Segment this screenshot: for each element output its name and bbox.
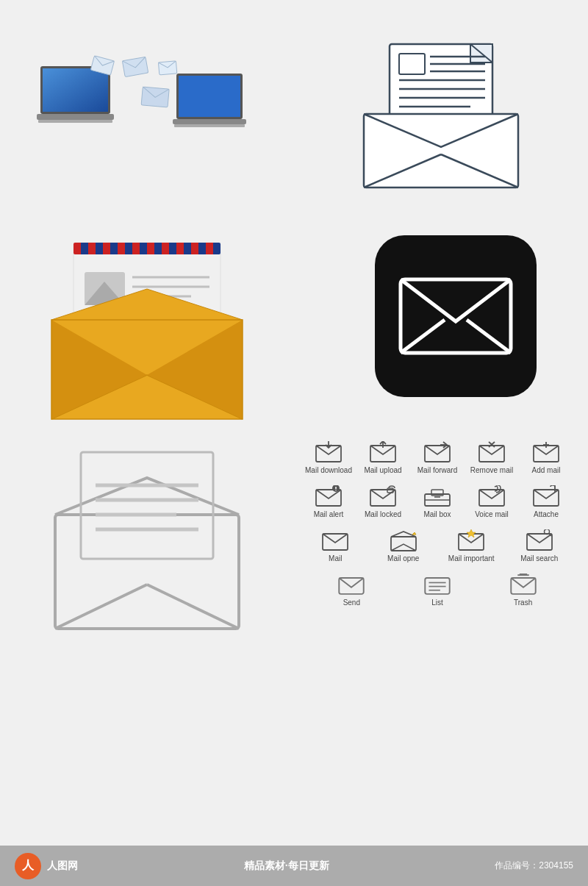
list-icon	[424, 574, 451, 596]
voice-mail-label: Voice mail	[475, 510, 509, 519]
attache-item: Attache	[523, 485, 570, 519]
list-item-icon: List	[413, 574, 461, 607]
mail-important-label: Mail important	[448, 554, 495, 563]
mail-icons-grid: Mail download Mail upload Mail forward	[301, 441, 573, 607]
attache-label: Attache	[534, 510, 559, 519]
laptop-illustration	[29, 44, 265, 191]
trash-icon	[510, 574, 537, 596]
yellow-envelope-svg	[44, 239, 250, 423]
svg-rect-24	[364, 114, 518, 187]
mail-locked-label: Mail locked	[365, 510, 401, 519]
yellow-envelope-area	[37, 235, 257, 426]
mail-search-icon	[526, 529, 553, 551]
mail-alert-item: Mail alert	[305, 485, 353, 519]
mail-box-item: Mail box	[414, 485, 462, 519]
trash-item: Trash	[499, 574, 547, 607]
gray-envelope-svg	[44, 449, 250, 640]
svg-marker-78	[467, 529, 476, 537]
send-icon	[338, 574, 365, 596]
mail-alert-icon	[315, 485, 342, 507]
mail-alert-label: Mail alert	[314, 510, 344, 519]
mail-important-item: Mail important	[448, 529, 495, 563]
watermark-site-name: 人图网	[47, 860, 78, 873]
bottom-icons-row: Send List Trash	[301, 574, 573, 607]
watermark-id: 作品编号：2304155	[495, 860, 573, 872]
voice-mail-item: Voice mail	[468, 485, 516, 519]
send-label: Send	[343, 599, 360, 607]
svg-rect-7	[173, 119, 246, 124]
mail-download-label: Mail download	[305, 466, 352, 475]
add-mail-item: Add mail	[523, 441, 570, 475]
mail-icon	[322, 529, 348, 551]
mail-important-icon	[458, 529, 484, 551]
mail-upload-label: Mail upload	[364, 466, 401, 475]
black-mail-svg	[397, 268, 514, 364]
mail-label: Mail	[329, 554, 342, 563]
trash-label: Trash	[514, 599, 532, 607]
mail-box-label: Mail box	[423, 510, 451, 519]
watermark-bar: 人 人图网 精品素材·每日更新 作品编号：2304155	[0, 846, 588, 886]
gray-envelope-area	[37, 441, 257, 647]
mail-download-item: Mail download	[305, 441, 353, 475]
outline-envelope-area	[316, 29, 566, 206]
mail-forward-item: Mail forward	[414, 441, 462, 475]
svg-line-41	[467, 320, 511, 353]
remove-mail-icon	[478, 441, 505, 463]
svg-rect-30	[74, 243, 220, 254]
svg-point-64	[335, 490, 336, 490]
mail-upload-icon	[370, 441, 396, 463]
mail-forward-icon	[424, 441, 451, 463]
watermark-logo-icon: 人	[15, 853, 41, 879]
mail-download-icon	[315, 441, 342, 463]
laptop-illustration-area	[22, 29, 272, 206]
mail-open-icon	[390, 529, 417, 551]
svg-rect-4	[38, 120, 112, 123]
svg-line-43	[55, 585, 147, 629]
add-mail-label: Add mail	[532, 466, 561, 475]
svg-rect-45	[81, 452, 213, 559]
mail-forward-label: Mail forward	[417, 466, 457, 475]
send-item: Send	[328, 574, 376, 607]
mail-search-item: Mail search	[515, 529, 563, 563]
remove-mail-label: Remove mail	[470, 466, 513, 475]
black-mail-icon	[375, 235, 537, 397]
mail-item: Mail	[312, 529, 359, 563]
icons-row-3: Mail Mail opne Mail important	[301, 529, 573, 563]
svg-rect-9	[122, 57, 148, 76]
mail-open-label: Mail opne	[387, 554, 419, 563]
icons-row-1: Mail download Mail upload Mail forward	[301, 441, 573, 475]
svg-rect-42	[55, 515, 239, 629]
svg-rect-6	[179, 76, 240, 117]
list-label: List	[431, 599, 443, 607]
voice-mail-icon	[478, 485, 505, 507]
black-mail-icon-area	[360, 221, 551, 412]
remove-mail-item: Remove mail	[468, 441, 516, 475]
mail-locked-icon	[370, 485, 396, 507]
svg-line-40	[401, 320, 445, 353]
mail-search-label: Mail search	[520, 554, 558, 563]
svg-marker-76	[412, 532, 416, 535]
svg-rect-8	[174, 124, 245, 127]
watermark-logo: 人 人图网	[15, 853, 78, 879]
attache-icon	[533, 485, 559, 507]
mail-locked-item: Mail locked	[359, 485, 407, 519]
mail-open-item: Mail opne	[379, 529, 427, 563]
mail-box-icon	[424, 485, 451, 507]
svg-rect-3	[37, 114, 114, 120]
icons-row-2: Mail alert Mail locked Mail box	[301, 485, 573, 519]
svg-line-44	[147, 585, 239, 629]
watermark-slogan: 精品素材·每日更新	[244, 859, 329, 873]
outline-envelope-svg	[356, 40, 526, 195]
add-mail-icon	[533, 441, 559, 463]
mail-upload-item: Mail upload	[359, 441, 407, 475]
svg-rect-2	[43, 68, 108, 112]
